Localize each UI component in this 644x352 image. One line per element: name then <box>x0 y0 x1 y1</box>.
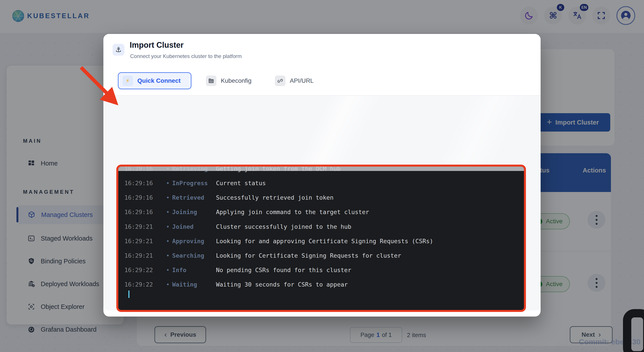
log-message: No pending CSRs found for this cluster <box>216 267 351 273</box>
bullet-icon: • <box>166 224 170 230</box>
window-corner-shadow <box>623 309 644 352</box>
log-row: 16:29:21 • Searching Looking for Certifi… <box>118 253 524 259</box>
log-row: 16:29:21 • Approving Looking for and app… <box>118 238 524 244</box>
log-row: 16:29:22 • Info No pending CSRs found fo… <box>118 267 524 273</box>
bullet-icon: • <box>166 209 170 215</box>
log-row: 16:29:16 • InProgress Current status <box>118 180 524 186</box>
tab-label: API/URL <box>290 77 314 84</box>
log-message: Current status <box>216 180 266 186</box>
log-message: Successfully retrieved join token <box>216 195 334 201</box>
modal-subtitle: Connect your Kubernetes cluster to the p… <box>130 53 242 59</box>
log-status: Searching <box>172 253 204 259</box>
log-message: Waiting 30 seconds for CSRs to appear <box>216 282 348 288</box>
tab-kubeconfig[interactable]: Kubeconfig <box>206 72 252 89</box>
log-time: 16:29:16 <box>124 195 153 201</box>
link-icon <box>275 75 286 86</box>
log-time: 16:29:21 <box>124 224 153 230</box>
log-status: Retrieved <box>172 195 204 201</box>
tab-label: Quick Connect <box>137 77 181 84</box>
import-cluster-modal: ⚓ Import Cluster Connect your Kubernetes… <box>104 34 540 317</box>
folder-icon <box>206 75 216 86</box>
join-log-terminal[interactable]: 16:29:16 • Retrieving Getting join token… <box>116 165 526 312</box>
bullet-icon: • <box>166 180 170 186</box>
log-time: 16:29:21 <box>124 238 153 244</box>
modal-body: 16:29:16 • Retrieving Getting join token… <box>104 96 540 311</box>
bullet-icon: • <box>166 282 170 288</box>
log-time: 16:29:16 <box>124 180 153 186</box>
log-status: InProgress <box>172 180 208 186</box>
log-time: 16:29:22 <box>124 267 153 273</box>
log-status: Waiting <box>172 282 197 288</box>
log-row: 16:29:16 • Joining Applying join command… <box>118 209 524 215</box>
log-status: Joining <box>172 209 197 215</box>
log-status: Approving <box>172 238 204 244</box>
modal-header: ⚓ Import Cluster Connect your Kubernetes… <box>104 34 540 96</box>
bullet-icon: • <box>166 253 170 259</box>
bullet-icon: • <box>166 238 170 244</box>
terminal-scroll-strip <box>118 167 524 171</box>
log-message: Looking for Certificate Signing Requests… <box>216 253 401 259</box>
log-status: Joined <box>172 224 194 230</box>
modal-title: Import Cluster <box>130 40 184 50</box>
terminal-log: 16:29:16 • Retrieving Getting join token… <box>118 167 524 310</box>
bullet-icon: • <box>166 195 170 201</box>
log-message: Applying join command to the target clus… <box>216 209 369 215</box>
terminal-cursor <box>128 291 130 298</box>
anchor-icon: ⚓ <box>112 44 124 56</box>
bullet-icon: • <box>166 267 170 273</box>
tab-api-url[interactable]: API/URL <box>275 72 314 89</box>
log-row: 16:29:21 • Joined Cluster successfully j… <box>118 224 524 230</box>
log-status: Info <box>172 267 186 273</box>
log-row: 16:29:22 • Waiting Waiting 30 seconds fo… <box>118 282 524 288</box>
log-time: 16:29:22 <box>124 282 153 288</box>
tab-quick-connect[interactable]: ⚡ Quick Connect <box>118 72 192 89</box>
log-message: Cluster successfully joined to the hub <box>216 224 351 230</box>
log-time: 16:29:16 <box>124 209 153 215</box>
log-time: 16:29:21 <box>124 253 153 259</box>
log-row: 16:29:16 • Retrieved Successfully retrie… <box>118 195 524 201</box>
log-message: Looking for and approving Certificate Si… <box>216 238 433 244</box>
tab-label: Kubeconfig <box>221 77 252 84</box>
lightning-icon: ⚡ <box>122 75 133 86</box>
